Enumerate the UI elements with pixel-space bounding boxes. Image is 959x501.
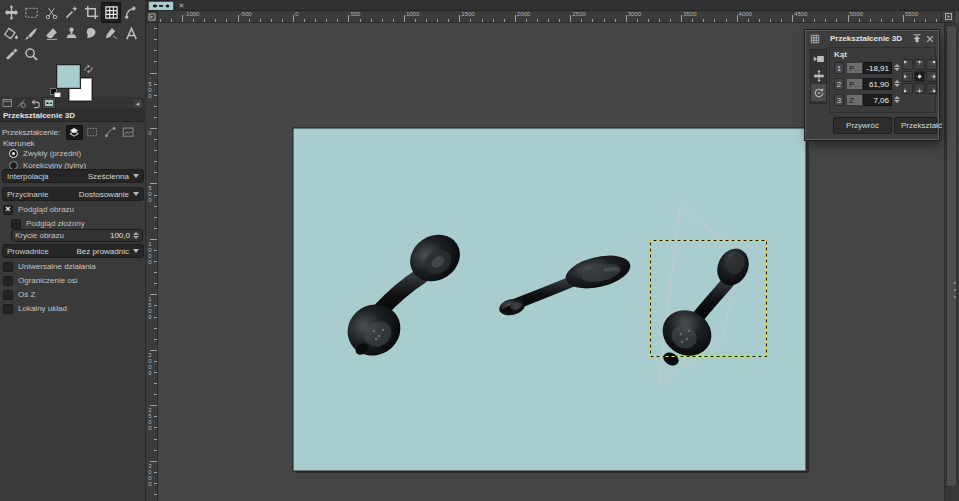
fuzzy-select-tool[interactable] xyxy=(61,2,81,23)
move-tool[interactable] xyxy=(1,2,21,23)
axis-toggle-1[interactable]: 1 xyxy=(834,62,844,74)
vertical-scrollbar-thumb[interactable] xyxy=(946,25,957,487)
canvas-image[interactable] xyxy=(293,128,806,471)
tab-menu-button[interactable]: ◂ xyxy=(132,98,143,109)
opacity-spinner[interactable] xyxy=(133,232,139,239)
paintbrush-tool[interactable] xyxy=(21,23,41,44)
interpolation-dropdown[interactable]: Interpolacja Sześcienna xyxy=(2,169,144,183)
opacity-slider[interactable]: Krycie obrazu 100,0 xyxy=(11,229,143,242)
target-layer-button[interactable] xyxy=(66,125,83,140)
camera-icon xyxy=(813,53,825,65)
pivot-button-top-right[interactable] xyxy=(926,59,937,70)
clone-tool[interactable] xyxy=(61,23,81,44)
transform-button[interactable]: Przekształć xyxy=(894,117,937,134)
pivot-button-center[interactable] xyxy=(914,71,925,82)
vertical-ruler[interactable]: -500050010001500200025003000 xyxy=(146,23,158,501)
bucket-fill-tool[interactable] xyxy=(1,23,21,44)
angle-spinner[interactable] xyxy=(894,96,900,103)
move-tool-icon xyxy=(4,5,19,20)
dialog-title: Przekształcenie 3D xyxy=(820,34,912,43)
target-path-button[interactable] xyxy=(102,125,119,140)
detach-icon[interactable] xyxy=(912,34,922,44)
pivot-glyph xyxy=(927,72,936,81)
pivot-button-middle-left[interactable] xyxy=(902,71,913,82)
angle-spinner[interactable] xyxy=(894,80,900,87)
tool-options-title: Przekształcenie 3D xyxy=(0,110,146,122)
pivot-glyph xyxy=(927,60,936,69)
crop-tool[interactable] xyxy=(81,2,101,23)
guides-dropdown[interactable]: Prowadnice Bez prowadnic xyxy=(2,244,144,258)
target-selection-button[interactable] xyxy=(84,125,101,140)
direction-radio[interactable]: Zwykły (przedni) xyxy=(9,148,139,158)
pivot-button-bottom-left[interactable] xyxy=(902,83,913,94)
pivot-button-middle-right[interactable] xyxy=(926,71,937,82)
pivot-button-top-left[interactable] xyxy=(902,59,913,70)
angle-spinner[interactable] xyxy=(894,64,900,71)
tab-close-icon[interactable]: ✕ xyxy=(177,1,186,10)
clipping-dropdown[interactable]: Przycinanie Dostosowanie xyxy=(2,187,144,201)
radio-label: Zwykły (przedni) xyxy=(23,149,81,158)
guides-label: Prowadnice xyxy=(7,247,49,256)
checkbox-label: Uniwersalne działania xyxy=(18,262,96,271)
preview-checkboxes: ×Podgląd obrazuPodgląd złożony xyxy=(3,204,143,232)
warp-transform-tool[interactable] xyxy=(121,2,141,23)
angle-input[interactable]: 7,06 xyxy=(863,94,892,106)
pivot-button-bottom-center[interactable] xyxy=(914,83,925,94)
dialog-tab-move[interactable] xyxy=(811,67,826,84)
axis-toggle-3[interactable]: 3 xyxy=(834,94,844,106)
ruler-origin-button[interactable] xyxy=(146,11,158,23)
horizontal-ruler[interactable]: -1000-5000500100015002000250030003500400… xyxy=(158,11,941,23)
dialog-tab-camera[interactable] xyxy=(811,50,826,67)
smudge-tool[interactable] xyxy=(81,23,101,44)
image-tab-thumbnail xyxy=(149,2,173,10)
color-picker-tool[interactable] xyxy=(1,44,21,65)
opacity-label: Krycie obrazu xyxy=(15,231,64,240)
constraint-checkbox[interactable]: Ograniczenie osi xyxy=(3,275,143,286)
rectangle-select-tool-icon xyxy=(24,5,39,20)
constraint-checkbox[interactable]: Lokalny układ xyxy=(3,303,143,314)
pivot-button-bottom-right[interactable] xyxy=(926,83,937,94)
angle-row-3: 3Z7,06 xyxy=(834,93,900,106)
transform-3d-tool[interactable] xyxy=(101,2,121,23)
guides-value: Bez prowadnic xyxy=(77,247,129,256)
text-tool[interactable] xyxy=(121,23,141,44)
grid-icon xyxy=(810,34,820,44)
reset-button[interactable]: Przywróć xyxy=(833,117,892,134)
tab-device-status[interactable] xyxy=(14,97,28,109)
selection-icon xyxy=(86,126,99,139)
constraint-checkbox[interactable]: Oś Z xyxy=(3,289,143,300)
eraser-tool[interactable] xyxy=(41,23,61,44)
transform-target-row: Przekształcenie: xyxy=(2,124,144,140)
close-icon[interactable] xyxy=(925,34,935,44)
pivot-glyph xyxy=(927,84,936,93)
checkbox-icon: × xyxy=(3,205,13,215)
checkbox-label: Podgląd obrazu xyxy=(18,205,74,214)
foreground-color-swatch[interactable] xyxy=(57,65,80,88)
angle-input[interactable]: -18,91 xyxy=(863,62,892,74)
pivot-button-top-center[interactable] xyxy=(914,59,925,70)
zoom-tool[interactable] xyxy=(21,44,41,65)
tab-image-thumbnail[interactable] xyxy=(42,97,56,109)
swap-colors-icon[interactable] xyxy=(83,64,94,74)
transform-3d-dialog: Przekształcenie 3D Kąt 1P…-18,912P…61,90… xyxy=(806,31,938,139)
dialog-titlebar[interactable]: Przekształcenie 3D xyxy=(806,31,938,46)
zoom-follow-window-toggle[interactable] xyxy=(941,10,955,23)
axis-toggle-2[interactable]: 2 xyxy=(834,78,844,90)
tab-tool-options-icon xyxy=(2,98,13,109)
tab-undo-history[interactable] xyxy=(28,97,42,109)
pane-resize-grip[interactable] xyxy=(954,282,957,298)
angle-input[interactable]: 61,90 xyxy=(863,78,892,90)
rectangle-select-tool[interactable] xyxy=(21,2,41,23)
scissors-select-tool[interactable] xyxy=(41,2,61,23)
ink-tool[interactable] xyxy=(101,23,121,44)
image-tab[interactable] xyxy=(147,0,175,11)
preview-checkbox[interactable]: Podgląd złożony xyxy=(3,218,143,229)
preview-checkbox[interactable]: ×Podgląd obrazu xyxy=(3,204,143,215)
tab-tool-options[interactable] xyxy=(0,97,14,109)
checkbox-icon xyxy=(3,276,13,286)
dialog-tab-rotate[interactable] xyxy=(811,84,826,101)
target-image-button[interactable] xyxy=(120,125,137,140)
constraint-checkbox[interactable]: Uniwersalne działania xyxy=(3,261,143,272)
pivot-glyph xyxy=(903,84,912,93)
checkbox-icon xyxy=(3,290,13,300)
